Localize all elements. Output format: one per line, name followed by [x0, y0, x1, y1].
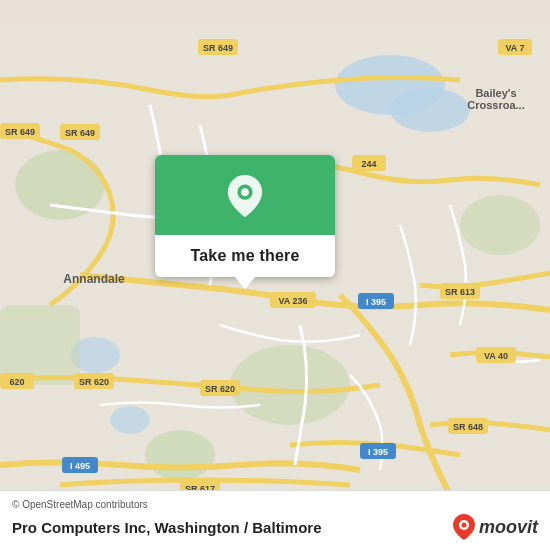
svg-text:VA 40: VA 40	[484, 351, 508, 361]
svg-text:VA 7: VA 7	[505, 43, 524, 53]
svg-point-6	[460, 195, 540, 255]
svg-text:SR 613: SR 613	[445, 287, 475, 297]
map-attribution: © OpenStreetMap contributors	[12, 499, 538, 510]
svg-point-48	[461, 523, 466, 528]
moovit-logo: moovit	[453, 514, 538, 540]
svg-text:Crossroa...: Crossroa...	[467, 99, 524, 111]
take-me-there-button[interactable]: Take me there	[155, 235, 335, 277]
location-info: Pro Computers Inc, Washington / Baltimor…	[12, 514, 538, 540]
svg-text:SR 649: SR 649	[203, 43, 233, 53]
svg-text:I 395: I 395	[366, 297, 386, 307]
map-container: SR 649 SR 649 SR 649 VA 7 244 VA 236 SR …	[0, 0, 550, 550]
callout-box: Take me there	[155, 155, 335, 277]
svg-text:I 395: I 395	[368, 447, 388, 457]
svg-point-4	[110, 406, 150, 434]
svg-text:Annandale: Annandale	[63, 272, 125, 286]
svg-text:SR 620: SR 620	[79, 377, 109, 387]
callout-header	[155, 155, 335, 235]
svg-point-8	[230, 345, 350, 425]
location-name: Pro Computers Inc, Washington / Baltimor…	[12, 519, 321, 536]
location-callout: Take me there	[155, 155, 335, 289]
moovit-pin-icon	[453, 514, 475, 540]
svg-text:620: 620	[9, 377, 24, 387]
svg-text:SR 649: SR 649	[5, 127, 35, 137]
svg-text:SR 648: SR 648	[453, 422, 483, 432]
location-pin-icon	[227, 175, 263, 217]
svg-text:SR 649: SR 649	[65, 128, 95, 138]
svg-text:244: 244	[361, 159, 376, 169]
svg-text:Bailey's: Bailey's	[475, 87, 516, 99]
callout-tail	[235, 277, 255, 289]
svg-point-2	[390, 88, 470, 132]
svg-text:SR 620: SR 620	[205, 384, 235, 394]
moovit-brand-text: moovit	[479, 517, 538, 538]
svg-text:I 495: I 495	[70, 461, 90, 471]
svg-point-9	[145, 430, 215, 480]
svg-text:VA 236: VA 236	[278, 296, 307, 306]
bottom-bar: © OpenStreetMap contributors Pro Compute…	[0, 490, 550, 550]
svg-point-46	[241, 188, 249, 196]
